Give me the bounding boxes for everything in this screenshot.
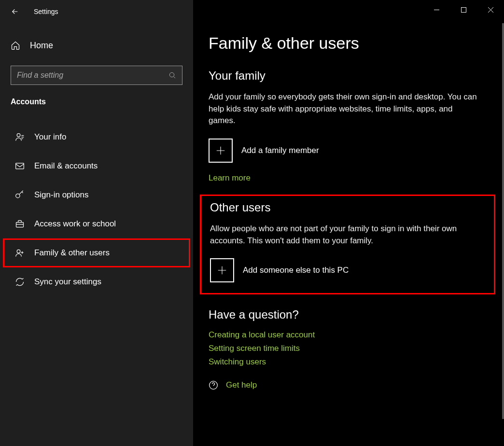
svg-rect-6 [461,7,466,12]
sidebar-header: Settings [0,0,193,23]
help-link-screen-time[interactable]: Setting screen time limits [209,344,487,353]
svg-rect-2 [16,163,24,169]
person-icon [15,132,25,142]
search-input[interactable] [17,71,168,80]
nav-list: Your info Email & accounts Sign-in optio… [0,123,193,296]
home-label: Home [30,41,53,51]
close-button[interactable] [477,0,504,19]
sidebar-item-sync-settings[interactable]: Sync your settings [3,267,190,296]
briefcase-icon [15,219,25,229]
add-family-member-button[interactable]: Add a family member [209,139,487,163]
sidebar-section-title: Accounts [0,85,193,113]
sidebar-item-label: Sync your settings [34,277,101,287]
page-title: Family & other users [209,34,487,53]
sync-icon [15,277,25,287]
sidebar-item-label: Family & other users [34,248,110,258]
content-area: Family & other users Your family Add you… [193,0,504,446]
svg-point-5 [17,250,20,253]
sidebar-item-label: Your info [34,132,66,142]
svg-rect-4 [16,223,24,227]
plus-icon [210,258,234,282]
get-help-link[interactable]: Get help [226,380,257,390]
main-panel: Family & other users Your family Add you… [193,0,504,446]
svg-point-1 [17,134,20,137]
family-header: Your family [209,69,487,83]
other-users-section: Other users Allow people who are not par… [200,195,495,294]
sidebar-item-family-other-users[interactable]: Family & other users [3,238,190,267]
help-link-local-account[interactable]: Creating a local user account [209,330,487,340]
family-description: Add your family so everybody gets their … [209,91,479,127]
key-icon [15,190,25,200]
have-question-header: Have a question? [209,308,487,321]
window-controls [423,0,504,19]
sidebar-item-label: Email & accounts [34,161,98,171]
search-icon [168,71,176,79]
add-someone-else-button[interactable]: Add someone else to this PC [210,258,485,282]
scrollbar[interactable] [500,23,504,446]
sidebar: Settings Home Accounts Your info Email &… [0,0,193,446]
svg-point-3 [16,194,20,198]
sidebar-item-email-accounts[interactable]: Email & accounts [3,152,190,181]
add-family-label: Add a family member [241,146,319,155]
mail-icon [15,161,25,171]
other-users-description: Allow people who are not part of your fa… [210,223,480,247]
sidebar-item-your-info[interactable]: Your info [3,123,190,152]
window-title: Settings [34,8,58,15]
back-button[interactable] [11,7,19,16]
add-someone-else-label: Add someone else to this PC [243,265,349,275]
plus-icon [209,139,233,163]
learn-more-link[interactable]: Learn more [209,173,487,183]
sidebar-item-sign-in-options[interactable]: Sign-in options [3,181,190,209]
home-nav[interactable]: Home [0,32,193,59]
other-users-header: Other users [210,201,485,214]
sidebar-item-label: Sign-in options [34,190,88,200]
svg-point-0 [169,72,174,77]
scrollbar-thumb[interactable] [502,23,504,419]
sidebar-item-access-work-school[interactable]: Access work or school [3,209,190,238]
help-icon [209,380,218,390]
minimize-button[interactable] [423,0,450,19]
maximize-button[interactable] [450,0,477,19]
help-link-switching-users[interactable]: Switching users [209,357,487,367]
sidebar-item-label: Access work or school [34,219,116,229]
search-box[interactable] [11,66,182,85]
people-plus-icon [15,248,25,258]
get-help-row[interactable]: Get help [209,380,487,390]
